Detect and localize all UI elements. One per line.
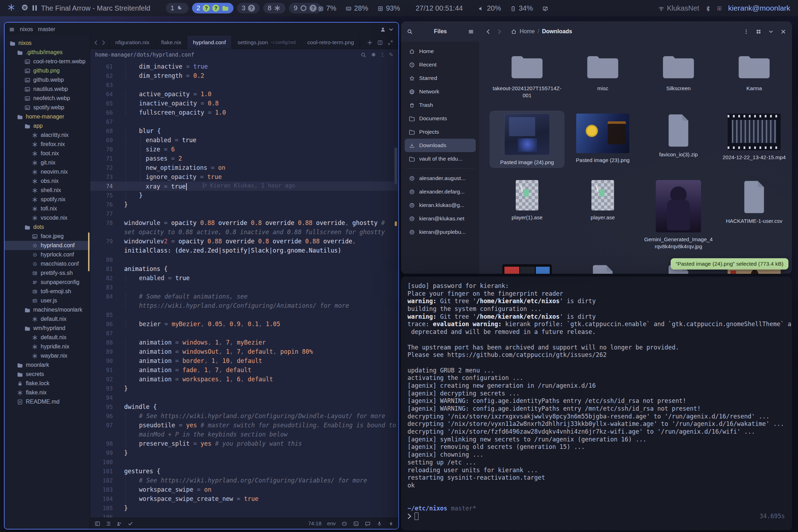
panel-scrollbar[interactable] bbox=[88, 232, 89, 271]
cursor-position[interactable]: 74:18 bbox=[308, 520, 322, 526]
code-line[interactable]: 100 bbox=[90, 457, 398, 467]
tree-item[interactable]: nixos bbox=[5, 39, 90, 48]
file-item[interactable]: favicon_io(3).zip bbox=[641, 111, 716, 168]
nav-back-icon[interactable] bbox=[93, 39, 99, 45]
code-line[interactable]: 92animation = workspaces, 1, 6, default bbox=[90, 375, 398, 384]
tab-settings.json[interactable]: settings.json~/.config/zed bbox=[232, 36, 301, 49]
editor-scrollbar[interactable] bbox=[394, 148, 397, 184]
workspace-button-8[interactable]: 8 bbox=[263, 3, 286, 13]
code-line[interactable]: 105} bbox=[90, 503, 398, 513]
tree-item[interactable]: spotify.nix bbox=[5, 195, 90, 204]
file-item[interactable]: player(1).ase bbox=[490, 177, 565, 253]
tree-item[interactable]: git.nix bbox=[5, 158, 90, 167]
outline-icon[interactable] bbox=[105, 520, 111, 527]
file-item[interactable]: player.ase bbox=[565, 177, 640, 253]
forward-icon[interactable] bbox=[496, 28, 502, 35]
tree-item[interactable]: github.webp bbox=[5, 75, 90, 85]
code-editor[interactable]: 6061dim_inactive = true62dim_strength = … bbox=[90, 60, 398, 517]
tree-item[interactable]: default.nix bbox=[5, 333, 90, 342]
sidebar-account[interactable]: @kieran.klukas@g... bbox=[405, 198, 476, 212]
file-item[interactable]: Gemini_Generated_Image_4rqv8k4rqv8k4rqv.… bbox=[641, 177, 716, 253]
tree-item[interactable]: firefox.nix bbox=[5, 140, 90, 149]
code-line[interactable]: 98preserve_split = yes # you probably wa… bbox=[90, 439, 398, 448]
code-line[interactable]: 68blur { bbox=[90, 126, 398, 135]
workspace-button-3[interactable]: 3? bbox=[237, 3, 260, 13]
code-line[interactable]: set opacity to 0.88 active, 0.8 inactive… bbox=[90, 227, 398, 237]
sidebar-item-Recent[interactable]: Recent bbox=[405, 58, 476, 71]
file-item[interactable]: HACKATIME-1-user.csv bbox=[717, 177, 792, 253]
tab-hyprland.conf[interactable]: hyprland.conf bbox=[187, 36, 232, 49]
tree-item[interactable]: default.nix bbox=[5, 314, 90, 324]
code-line[interactable]: 82enabled = true bbox=[90, 273, 398, 283]
media-widget[interactable]: The Final Arrow - Marc Streitenfeld bbox=[21, 4, 150, 13]
tree-item[interactable]: sunpaperconfig bbox=[5, 278, 90, 287]
code-line[interactable]: 103workspace_swipe = on bbox=[90, 485, 398, 494]
mic-icon[interactable] bbox=[376, 520, 382, 527]
file-item[interactable]: 2024-12-22_13-42-15.mp4 bbox=[717, 111, 792, 168]
code-line[interactable]: 72new_optimizations = on bbox=[90, 163, 398, 172]
code-line[interactable]: 67 bbox=[90, 117, 398, 126]
code-line[interactable]: 75} bbox=[90, 191, 398, 200]
code-line[interactable]: 93} bbox=[90, 384, 398, 393]
tree-item[interactable]: wm/hyprland bbox=[5, 324, 90, 333]
chevron-down-icon[interactable] bbox=[388, 26, 394, 32]
tree-item[interactable]: obs.nix bbox=[5, 177, 90, 186]
code-line[interactable]: 99} bbox=[90, 448, 398, 457]
sidebar-account[interactable]: @kieran@klukas.net bbox=[405, 212, 476, 225]
tree-item[interactable]: .github/images bbox=[5, 48, 90, 57]
code-line[interactable]: 74xray = trueKieran Klukas, 1 hour ago bbox=[90, 181, 398, 191]
tree-item[interactable]: moonlark bbox=[5, 360, 90, 370]
sidebar-item-Starred[interactable]: Starred bbox=[405, 71, 476, 85]
sidebar-item-Documents[interactable]: Documents bbox=[405, 112, 476, 125]
code-line[interactable]: 97pseudotile = yes # master switch for p… bbox=[90, 421, 398, 430]
sidebar-account[interactable]: @alesander.august... bbox=[405, 172, 476, 185]
file-item[interactable]: Pasted image (23).png bbox=[565, 111, 640, 168]
tab-cool-retro-term.png[interactable]: cool-retro-term.png bbox=[302, 36, 360, 49]
tree-item[interactable]: waybar.nix bbox=[5, 351, 90, 360]
code-line[interactable]: 80 bbox=[90, 255, 398, 264]
code-line[interactable]: 61dim_inactive = true bbox=[90, 62, 398, 71]
code-line[interactable]: 101gestures { bbox=[90, 467, 398, 476]
tree-item[interactable]: shell.nix bbox=[5, 186, 90, 195]
tree-item[interactable]: dots bbox=[5, 222, 90, 232]
sidebar-item-Downloads[interactable]: Downloads bbox=[405, 139, 476, 152]
tree-item[interactable]: github.png bbox=[5, 66, 90, 75]
terminal-toggle-icon[interactable] bbox=[353, 520, 359, 527]
project-name[interactable]: nixos bbox=[20, 26, 33, 33]
assistant-icon[interactable] bbox=[365, 520, 371, 527]
match-icon[interactable]: ✱ bbox=[371, 52, 376, 58]
zed-titlebar[interactable]: nixos master bbox=[5, 23, 398, 36]
code-line[interactable]: 77 bbox=[90, 209, 398, 218]
sidebar-item-Trash[interactable]: Trash bbox=[405, 98, 476, 112]
network-widget[interactable]: KlukasNet bbox=[658, 4, 699, 12]
tree-item[interactable]: home-manager bbox=[5, 112, 90, 121]
nixos-logo-icon[interactable] bbox=[8, 4, 15, 13]
view-grid-icon[interactable] bbox=[756, 28, 762, 35]
bluetooth-icon[interactable] bbox=[705, 4, 711, 12]
code-line[interactable]: 71passes = 2 bbox=[90, 154, 398, 163]
copilot-icon[interactable] bbox=[341, 520, 347, 527]
tree-item[interactable]: vscode.nix bbox=[5, 213, 90, 222]
nav-forward-icon[interactable] bbox=[100, 39, 106, 45]
maximize-pane-icon[interactable] bbox=[387, 39, 393, 45]
file-item[interactable]: wrapped.png bbox=[490, 261, 565, 274]
code-line[interactable]: 84# Some default animations, see bbox=[90, 292, 398, 301]
select-icon[interactable]: ⌶ bbox=[381, 52, 384, 58]
workspace-button-9[interactable]: 9? bbox=[289, 3, 321, 13]
kebab-menu-icon[interactable] bbox=[743, 28, 749, 35]
sidebar-item-Home[interactable]: Home bbox=[405, 45, 476, 58]
code-line[interactable]: 64active_opacity = 1.0 bbox=[90, 89, 398, 99]
sidebar-item-Projects[interactable]: Projects bbox=[405, 125, 476, 139]
code-line[interactable]: 70size = 6 bbox=[90, 145, 398, 154]
code-line[interactable]: 79windowrulev2 = opacity 0.88 override 0… bbox=[90, 237, 398, 246]
tree-item[interactable]: nautilus.webp bbox=[5, 85, 90, 94]
tree-item[interactable]: README.md bbox=[5, 397, 90, 406]
tree-item[interactable]: macchiato.conf bbox=[5, 259, 90, 268]
code-line[interactable]: 85 bbox=[90, 310, 398, 319]
edit-icon[interactable]: ✎ bbox=[389, 52, 393, 58]
code-line[interactable]: 69enabled = true bbox=[90, 135, 398, 145]
tree-item[interactable]: alacritty.nix bbox=[5, 131, 90, 140]
file-item[interactable]: DoubloonLeaderboard.csv bbox=[565, 261, 640, 274]
code-line[interactable]: 89animation = windowsOut, 1, 7, default,… bbox=[90, 347, 398, 356]
pause-icon[interactable] bbox=[32, 4, 37, 12]
